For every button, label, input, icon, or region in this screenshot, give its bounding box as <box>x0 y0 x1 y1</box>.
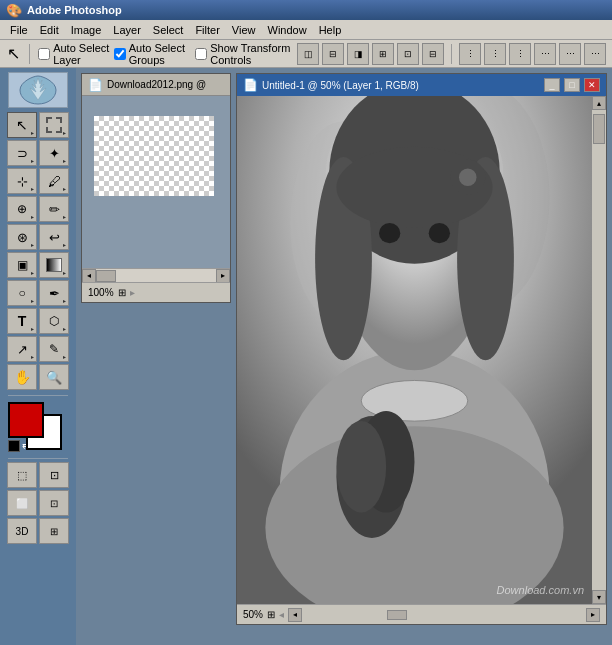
screen-mode-btn[interactable]: ⊡ <box>39 490 69 516</box>
lasso-tool[interactable]: ⊃ ▸ <box>7 140 37 166</box>
options-icons: ◫ ⊟ ◨ ⊞ ⊡ ⊟ ⋮ ⋮ ⋮ ⋯ ⋯ ⋯ <box>297 43 606 65</box>
scroll-h-left[interactable]: ◂ <box>288 608 302 622</box>
menu-layer[interactable]: Layer <box>107 22 147 38</box>
fullscreen-btn[interactable]: ⬜ <box>7 490 37 516</box>
scroll-thumb-h2[interactable] <box>387 610 407 620</box>
eyedropper-tool[interactable]: 🖊 ▸ <box>39 168 69 194</box>
path-selection-tool[interactable]: ↗ ▸ <box>7 336 37 362</box>
scroll-track-h[interactable] <box>96 269 216 283</box>
thumbnail-status-icon[interactable]: ⊞ <box>118 287 126 298</box>
dodge-tool[interactable]: ○ ▸ <box>7 280 37 306</box>
menu-select[interactable]: Select <box>147 22 190 38</box>
auto-select-layer-group: Auto Select Layer <box>38 42 110 66</box>
3d-tool[interactable]: 3D <box>7 518 37 544</box>
pen-tool[interactable]: ✒ ▸ <box>39 280 69 306</box>
marquee-tool[interactable]: ▸ <box>39 112 69 138</box>
options-bar: ↖ Auto Select Layer Auto Select Groups S… <box>0 40 612 68</box>
auto-select-layer-checkbox[interactable] <box>38 48 50 60</box>
divider <box>29 44 30 64</box>
menu-edit[interactable]: Edit <box>34 22 65 38</box>
main-status-icon[interactable]: ⊞ <box>267 609 275 620</box>
tool-row-4: ⊕ ▸ ✏ ▸ <box>7 196 69 222</box>
align-right-icon[interactable]: ◨ <box>347 43 369 65</box>
main-zoom: 50% <box>243 609 263 620</box>
text-tool[interactable]: T ▸ <box>7 308 37 334</box>
scroll-right-btn[interactable]: ▸ <box>216 269 230 283</box>
menu-bar: File Edit Image Layer Select Filter View… <box>0 20 612 40</box>
menu-file[interactable]: File <box>4 22 34 38</box>
auto-select-groups-label: Auto Select Groups <box>129 42 192 66</box>
distribute-left-icon[interactable]: ⋮ <box>459 43 481 65</box>
distribute-right-icon[interactable]: ⋮ <box>509 43 531 65</box>
crop-tool[interactable]: ⊹ ▸ <box>7 168 37 194</box>
tool-row-6: ▣ ▸ ▸ <box>7 252 69 278</box>
watermark: Download.com.vn <box>497 584 584 596</box>
align-middle-h-icon[interactable]: ⊡ <box>397 43 419 65</box>
magic-wand-tool[interactable]: ✦ ▸ <box>39 140 69 166</box>
fg-color-swatch[interactable] <box>8 402 44 438</box>
scroll-thumb-v[interactable] <box>593 114 605 144</box>
tool-divider-1 <box>8 395 68 396</box>
screen-mode-row: ⬜ ⊡ <box>7 490 69 516</box>
distribute-middle-icon[interactable]: ⋯ <box>559 43 581 65</box>
tool-row-9: ↗ ▸ ✎ ▸ <box>7 336 69 362</box>
menu-window[interactable]: Window <box>262 22 313 38</box>
menu-help[interactable]: Help <box>313 22 348 38</box>
distribute-bottom-icon[interactable]: ⋯ <box>584 43 606 65</box>
scroll-down-btn[interactable]: ▾ <box>592 590 606 604</box>
tool-row-10: ✋ 🔍 <box>7 364 69 390</box>
main-area: ↖ ▸ ▸ ⊃ ▸ ✦ ▸ ⊹ ▸ <box>0 68 612 645</box>
tool-row-7: ○ ▸ ✒ ▸ <box>7 280 69 306</box>
align-left-icon[interactable]: ◫ <box>297 43 319 65</box>
main-status-bar: 50% ⊞ ◂ ◂ ▸ <box>237 604 606 624</box>
eraser-tool[interactable]: ▣ ▸ <box>7 252 37 278</box>
menu-image[interactable]: Image <box>65 22 108 38</box>
menu-view[interactable]: View <box>226 22 262 38</box>
scroll-left-btn[interactable]: ◂ <box>82 269 96 283</box>
healing-brush-tool[interactable]: ⊕ ▸ <box>7 196 37 222</box>
hand-tool[interactable]: ✋ <box>7 364 37 390</box>
clone-stamp-tool[interactable]: ⊛ ▸ <box>7 224 37 250</box>
main-canvas[interactable]: Download.com.vn <box>237 96 592 604</box>
scroll-track-h2[interactable] <box>302 609 586 621</box>
extra-tool[interactable]: ⊞ <box>39 518 69 544</box>
auto-select-groups-checkbox[interactable] <box>114 48 126 60</box>
thumbnail-scrollbar-h[interactable]: ◂ ▸ <box>82 268 230 282</box>
main-scrollbar-v[interactable]: ▴ ▾ <box>592 96 606 604</box>
annotation-tool[interactable]: ✎ ▸ <box>39 336 69 362</box>
brush-tool[interactable]: ✏ ▸ <box>39 196 69 222</box>
scroll-up-btn[interactable]: ▴ <box>592 96 606 110</box>
zoom-tool[interactable]: 🔍 <box>39 364 69 390</box>
scroll-thumb-h[interactable] <box>96 270 116 282</box>
quick-mask-mode[interactable]: ⬚ <box>7 462 37 488</box>
move-tool[interactable]: ↖ ▸ <box>7 112 37 138</box>
menu-filter[interactable]: Filter <box>189 22 225 38</box>
minimize-btn[interactable]: _ <box>544 78 560 92</box>
main-scrollbar-h[interactable]: ◂ ▸ <box>288 608 600 622</box>
show-transform-controls-checkbox[interactable] <box>195 48 207 60</box>
standard-mode[interactable]: ⊡ <box>39 462 69 488</box>
align-center-v-icon[interactable]: ⊟ <box>322 43 344 65</box>
color-swatches: ⇄ <box>8 402 68 452</box>
default-fg-icon[interactable] <box>8 440 20 452</box>
close-btn[interactable]: ✕ <box>584 78 600 92</box>
thumbnail-tab-title: Download2012.png @ <box>107 79 224 90</box>
gradient-tool[interactable]: ▸ <box>39 252 69 278</box>
app-title: Adobe Photoshop <box>27 4 122 16</box>
shape-tool[interactable]: ⬡ ▸ <box>39 308 69 334</box>
tool-row-5: ⊛ ▸ ↩ ▸ <box>7 224 69 250</box>
thumbnail-scroll-right: ▸ <box>130 287 135 298</box>
history-brush-tool[interactable]: ↩ ▸ <box>39 224 69 250</box>
align-top-icon[interactable]: ⊞ <box>372 43 394 65</box>
status-sep: ◂ <box>279 609 284 620</box>
distribute-top-icon[interactable]: ⋯ <box>534 43 556 65</box>
align-bottom-icon[interactable]: ⊟ <box>422 43 444 65</box>
scroll-h-right[interactable]: ▸ <box>586 608 600 622</box>
tool-row-2: ⊃ ▸ ✦ ▸ <box>7 140 69 166</box>
thumbnail-content[interactable] <box>82 96 230 268</box>
distribute-center-icon[interactable]: ⋮ <box>484 43 506 65</box>
restore-btn[interactable]: □ <box>564 78 580 92</box>
thumbnail-tab-bar: 📄 Download2012.png @ <box>82 74 230 96</box>
tool-divider-2 <box>8 458 68 459</box>
scroll-track-v[interactable] <box>592 110 606 590</box>
